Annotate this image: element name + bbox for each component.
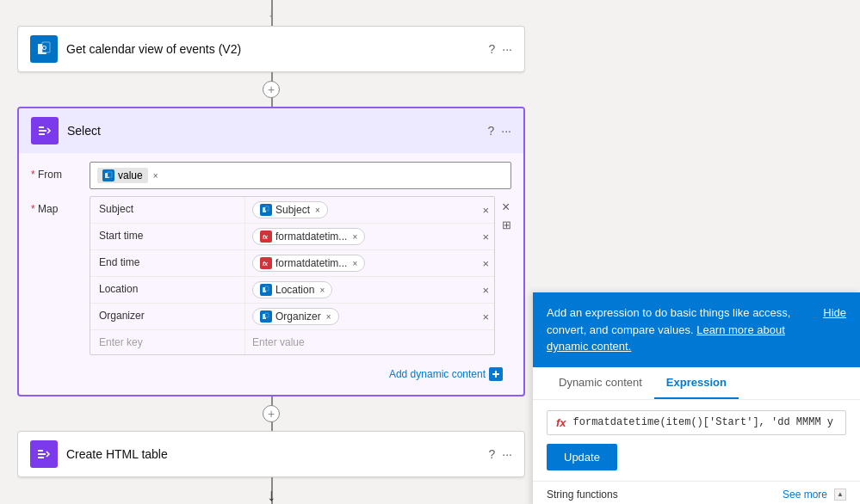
svg-text:fx: fx — [263, 234, 269, 240]
select-title: Select — [67, 124, 479, 138]
map-row-organizer: Organizer — [90, 304, 494, 330]
svg-rect-13 — [265, 286, 269, 291]
panel-info-text: Add an expression to do basic things lik… — [547, 304, 813, 355]
map-key-location: Location — [90, 277, 245, 303]
svg-text:fx: fx — [263, 261, 269, 267]
expression-area: fx formatdatetime(item()['Start'], 'dd M… — [533, 400, 860, 481]
svg-rect-15 — [265, 313, 269, 317]
map-row-actions-endtime: × — [477, 250, 494, 276]
more-icon-select[interactable]: ··· — [501, 124, 511, 138]
map-key-starttime: Start time — [90, 224, 245, 249]
map-val-starttime: fx formatdatetim... × — [245, 224, 477, 249]
map-key-subject: Subject — [90, 197, 245, 223]
map-label-text: Map — [38, 203, 58, 215]
get-calendar-title: Get calendar view of events (V2) — [66, 42, 480, 56]
subject-token: Subject × — [252, 201, 328, 218]
panel-bottom: String functions See more ▲ — [533, 481, 860, 505]
add-dynamic-button[interactable]: Add dynamic content — [389, 367, 503, 381]
map-row-starttime: Start time fx formatdatetim... — [90, 224, 494, 250]
map-row-subject: Subject — [90, 197, 494, 224]
map-val-location: Location × — [245, 277, 477, 303]
table-grid-icon[interactable]: ⊞ — [502, 218, 511, 231]
value-token-close[interactable]: × — [153, 171, 158, 181]
delete-subject-icon[interactable]: × — [482, 204, 489, 217]
see-more-link[interactable]: See more — [783, 489, 827, 501]
map-row-actions-organizer: × — [477, 304, 494, 329]
starttime-token-text: formatdatetim... — [275, 230, 347, 243]
location-token-icon — [260, 284, 272, 296]
more-icon-get-calendar[interactable]: ··· — [502, 42, 512, 56]
create-html-title: Create HTML table — [66, 447, 480, 461]
plus-button-2[interactable]: + — [263, 405, 280, 422]
table-delete-icon[interactable]: × — [502, 200, 511, 215]
delete-location-icon[interactable]: × — [482, 284, 489, 297]
update-button[interactable]: Update — [547, 444, 617, 470]
map-row-location: Location — [90, 277, 494, 304]
plus-connector-1: + — [17, 72, 525, 107]
map-row-empty: Enter key Enter value — [90, 330, 494, 354]
fx-badge: fx — [556, 416, 566, 429]
help-icon-select[interactable]: ? — [488, 124, 495, 138]
select-card: Select ? ··· * From — [17, 107, 525, 396]
endtime-token-close[interactable]: × — [352, 259, 357, 268]
select-body: * From v — [19, 153, 523, 395]
delete-organizer-icon[interactable]: × — [482, 310, 489, 323]
add-dynamic-row: Add dynamic content — [31, 362, 511, 386]
get-calendar-card: O Get calendar view of events (V2) ? ··· — [17, 26, 525, 72]
subject-token-close[interactable]: × — [315, 206, 320, 215]
tab-expression-label: Expression — [666, 376, 727, 389]
map-val-empty[interactable]: Enter value — [245, 330, 494, 354]
value-token-text: value — [118, 169, 143, 181]
from-label: * From — [31, 162, 83, 181]
subject-token-icon — [260, 204, 272, 216]
top-connector: ↓ — [17, 0, 525, 26]
tab-expression[interactable]: Expression — [654, 367, 739, 399]
panel-bottom-right: See more ▲ — [783, 489, 846, 501]
big-arrow-down-icon: ↓ — [267, 485, 275, 505]
arrow-down-icon: ↓ — [268, 5, 275, 21]
from-token-input[interactable]: value × — [90, 162, 511, 189]
hide-panel-button[interactable]: Hide — [823, 304, 846, 322]
help-icon-get-calendar[interactable]: ? — [489, 42, 496, 56]
string-functions-label: String functions — [547, 489, 618, 501]
map-label: * Map — [31, 196, 83, 215]
organizer-token-close[interactable]: × — [326, 312, 331, 322]
svg-rect-5 — [39, 133, 45, 135]
expression-panel: Add an expression to do basic things lik… — [533, 292, 860, 504]
map-val-subject: Subject × — [245, 197, 477, 223]
select-icon — [31, 117, 59, 144]
enter-value-placeholder: Enter value — [252, 336, 305, 348]
get-calendar-actions: ? ··· — [489, 42, 512, 56]
from-label-text: From — [38, 169, 62, 181]
map-val-organizer: Organizer × — [245, 304, 477, 329]
select-card-header: Select ? ··· — [19, 108, 523, 153]
flow-area: ↓ O Get calendar view of events (V2) ? ·… — [17, 0, 525, 504]
starttime-token-close[interactable]: × — [352, 232, 357, 242]
location-token: Location × — [252, 281, 332, 298]
value-token-icon — [102, 169, 114, 181]
starttime-token: fx formatdatetim... × — [252, 228, 365, 245]
organizer-token: Organizer × — [252, 308, 339, 325]
plus-button-1[interactable]: + — [263, 81, 280, 98]
subject-token-text: Subject — [275, 204, 310, 216]
select-actions: ? ··· — [488, 124, 511, 138]
delete-endtime-icon[interactable]: × — [482, 257, 489, 270]
help-icon-create-html[interactable]: ? — [489, 447, 496, 461]
canvas: ↓ O Get calendar view of events (V2) ? ·… — [0, 0, 860, 504]
scroll-up-btn[interactable]: ▲ — [834, 489, 846, 501]
plus-connector-2: + — [17, 396, 525, 431]
delete-starttime-icon[interactable]: × — [482, 230, 489, 243]
panel-tabs: Dynamic content Expression — [533, 367, 860, 400]
from-field-value: value × — [90, 162, 511, 189]
panel-info: Add an expression to do basic things lik… — [533, 292, 860, 367]
svg-rect-19 — [38, 453, 46, 455]
expression-input-row[interactable]: fx formatdatetime(item()['Start'], 'dd M… — [547, 410, 846, 435]
location-token-close[interactable]: × — [319, 286, 325, 295]
map-key-endtime: End time — [90, 250, 245, 276]
value-token: value — [97, 168, 148, 183]
table-action-icons: × ⊞ — [502, 196, 511, 231]
tab-dynamic-content[interactable]: Dynamic content — [547, 367, 654, 399]
more-icon-create-html[interactable]: ··· — [502, 447, 512, 461]
map-key-organizer: Organizer — [90, 304, 245, 329]
map-key-empty[interactable]: Enter key — [90, 330, 245, 354]
